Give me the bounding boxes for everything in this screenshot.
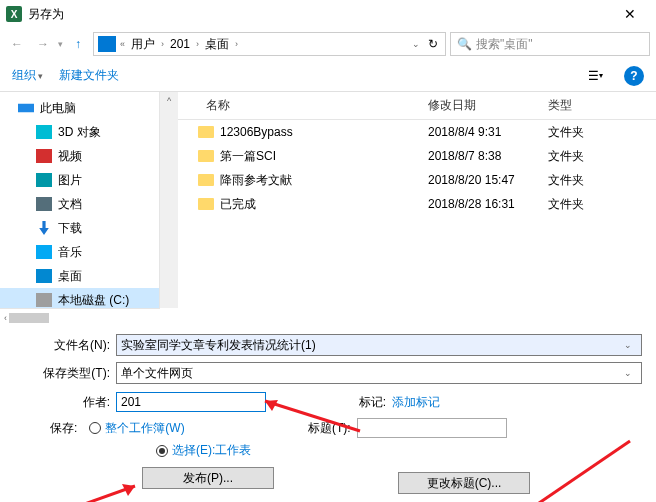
breadcrumb-dropdown[interactable]: ⌄ <box>407 39 425 49</box>
col-date[interactable]: 修改日期 <box>428 97 548 114</box>
folder-icon <box>198 198 214 210</box>
chevron-right-icon: › <box>233 39 240 49</box>
picture-icon <box>36 173 52 187</box>
table-row[interactable]: 第一篇SCI 2018/8/7 8:38 文件夹 <box>178 144 656 168</box>
breadcrumb[interactable]: « 用户 › 201 › 桌面 › ⌄ ↻ <box>93 32 446 56</box>
file-scroll-up[interactable]: ^ <box>160 92 178 308</box>
save-scope-label: 保存: <box>50 420 83 437</box>
add-tag-link[interactable]: 添加标记 <box>392 394 440 411</box>
refresh-icon[interactable]: ↻ <box>425 37 441 51</box>
toolbar: 组织▾ 新建文件夹 ☰ ▾ ? <box>0 60 656 92</box>
title-input[interactable] <box>357 418 507 438</box>
search-placeholder: 搜索"桌面" <box>476 36 533 53</box>
filetype-label: 保存类型(T): <box>14 365 116 382</box>
breadcrumb-part[interactable]: 用户 <box>127 36 159 53</box>
nav-history-chevron[interactable]: ▾ <box>58 39 63 49</box>
col-name[interactable]: 名称 <box>178 97 428 114</box>
filename-input[interactable]: 实验室同学文章专利发表情况统计(1)⌄ <box>116 334 642 356</box>
search-input[interactable]: 🔍 搜索"桌面" <box>450 32 650 56</box>
table-row[interactable]: 12306Bypass 2018/8/4 9:31 文件夹 <box>178 120 656 144</box>
author-input[interactable]: 201 <box>116 392 266 412</box>
titlebar: X 另存为 ✕ <box>0 0 656 28</box>
folder-icon <box>198 150 214 162</box>
file-list-header: 名称 修改日期 类型 <box>178 92 656 120</box>
download-icon <box>36 221 52 235</box>
chevron-down-icon[interactable]: ⌄ <box>619 340 637 350</box>
sidebar-item-disk-c[interactable]: 本地磁盘 (C:) <box>0 288 159 308</box>
video-icon <box>36 149 52 163</box>
filename-label: 文件名(N): <box>14 337 116 354</box>
document-icon <box>36 197 52 211</box>
svg-line-2 <box>65 486 135 502</box>
radio-sheet-label[interactable]: 选择(E):工作表 <box>172 442 251 459</box>
view-options[interactable]: ☰ ▾ <box>588 68 608 84</box>
music-icon <box>36 245 52 259</box>
sidebar-hscroll[interactable]: ‹ <box>0 308 160 326</box>
new-folder-button[interactable]: 新建文件夹 <box>59 67 119 84</box>
close-button[interactable]: ✕ <box>610 2 650 26</box>
pc-icon <box>98 36 116 52</box>
excel-icon: X <box>6 6 22 22</box>
sidebar-item-music[interactable]: 音乐 <box>0 240 159 264</box>
author-label: 作者: <box>14 394 116 411</box>
change-title-button[interactable]: 更改标题(C)... <box>398 472 530 494</box>
search-icon: 🔍 <box>457 37 472 51</box>
table-row[interactable]: 降雨参考文献 2018/8/20 15:47 文件夹 <box>178 168 656 192</box>
tag-label: 标记: <box>340 394 392 411</box>
window-title: 另存为 <box>28 6 610 23</box>
sidebar-item-3d-objects[interactable]: 3D 对象 <box>0 120 159 144</box>
sidebar: 此电脑 3D 对象 视频 图片 文档 下载 音乐 桌面 本地磁盘 (C:) <box>0 92 160 308</box>
3d-icon <box>36 125 52 139</box>
sidebar-item-downloads[interactable]: 下载 <box>0 216 159 240</box>
folder-icon <box>198 174 214 186</box>
nav-up[interactable]: ↑ <box>67 33 89 55</box>
svg-marker-3 <box>122 484 135 496</box>
chevron-right-icon[interactable]: « <box>118 39 127 49</box>
help-icon[interactable]: ? <box>624 66 644 86</box>
disk-icon <box>36 293 52 307</box>
pc-icon <box>18 101 34 115</box>
file-list: 名称 修改日期 类型 12306Bypass 2018/8/4 9:31 文件夹… <box>178 92 656 308</box>
chevron-right-icon: › <box>194 39 201 49</box>
chevron-down-icon[interactable]: ⌄ <box>619 368 637 378</box>
publish-button[interactable]: 发布(P)... <box>142 467 274 489</box>
filetype-select[interactable]: 单个文件网页⌄ <box>116 362 642 384</box>
radio-sheet[interactable] <box>156 445 168 457</box>
breadcrumb-part[interactable]: 201 <box>166 37 194 51</box>
desktop-icon <box>36 269 52 283</box>
sidebar-item-this-pc[interactable]: 此电脑 <box>0 96 159 120</box>
title-label: 标题(T): <box>305 420 357 437</box>
breadcrumb-part[interactable]: 桌面 <box>201 36 233 53</box>
sidebar-item-videos[interactable]: 视频 <box>0 144 159 168</box>
col-type[interactable]: 类型 <box>548 97 656 114</box>
table-row[interactable]: 已完成 2018/8/28 16:31 文件夹 <box>178 192 656 216</box>
radio-workbook-label[interactable]: 整个工作簿(W) <box>105 420 184 437</box>
sidebar-item-pictures[interactable]: 图片 <box>0 168 159 192</box>
save-form: 文件名(N): 实验室同学文章专利发表情况统计(1)⌄ 保存类型(T): 单个文… <box>0 326 656 497</box>
radio-workbook[interactable] <box>89 422 101 434</box>
annotation-arrow <box>60 476 150 502</box>
sidebar-item-desktop[interactable]: 桌面 <box>0 264 159 288</box>
folder-icon <box>198 126 214 138</box>
nav-back[interactable]: ← <box>6 33 28 55</box>
chevron-right-icon: › <box>159 39 166 49</box>
nav-forward[interactable]: → <box>32 33 54 55</box>
organize-button[interactable]: 组织▾ <box>12 67 43 84</box>
sidebar-item-documents[interactable]: 文档 <box>0 192 159 216</box>
navbar: ← → ▾ ↑ « 用户 › 201 › 桌面 › ⌄ ↻ 🔍 搜索"桌面" <box>0 28 656 60</box>
